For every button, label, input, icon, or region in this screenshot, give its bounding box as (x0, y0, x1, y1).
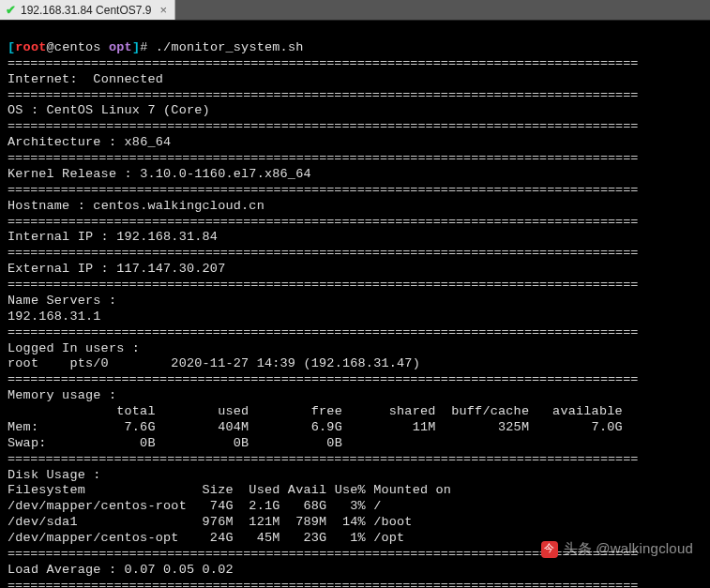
load-line: Load Average : 0.07 0.05 0.02 (8, 563, 234, 577)
terminal[interactable]: [root@centos opt]# ./monitor_system.sh =… (0, 21, 710, 588)
separator: ========================================… (8, 119, 638, 133)
logged-users-label: Logged In users : (8, 341, 140, 355)
memory-label: Memory usage : (8, 388, 116, 402)
separator: ========================================… (8, 246, 638, 260)
command-text: ./monitor_system.sh (156, 40, 304, 54)
separator: ========================================… (8, 579, 638, 588)
memory-row: Mem: 7.6G 404M 6.9G 11M 325M 7.0G (8, 420, 623, 434)
separator: ========================================… (8, 325, 638, 339)
close-icon[interactable]: × (159, 3, 167, 17)
nameservers-value: 192.168.31.1 (8, 309, 101, 324)
tab-title: 192.168.31.84 CentOS7.9 (21, 4, 151, 17)
os-line: OS : CentOS Linux 7 (Core) (8, 103, 210, 117)
disk-row: /dev/mapper/centos-root 74G 2.1G 68G 3% … (8, 499, 381, 513)
separator: ========================================… (8, 56, 638, 70)
external-ip-line: External IP : 117.147.30.207 (8, 262, 225, 276)
nameservers-label: Name Servers : (8, 294, 116, 308)
logged-users-row: root pts/0 2020-11-27 14:39 (192.168.31.… (8, 356, 420, 370)
connected-icon: ✔ (6, 3, 16, 17)
separator: ========================================… (8, 88, 638, 102)
separator: ========================================… (8, 151, 638, 165)
separator: ========================================… (8, 547, 638, 561)
terminal-tab[interactable]: ✔ 192.168.31.84 CentOS7.9 × (0, 0, 175, 20)
internet-line: Internet: Connected (8, 72, 163, 86)
memory-row: Swap: 0B 0B 0B (8, 436, 342, 450)
disk-row: /dev/mapper/centos-opt 24G 45M 23G 1% /o… (8, 531, 404, 545)
separator: ========================================… (8, 215, 638, 229)
separator: ========================================… (8, 183, 638, 197)
separator: ========================================… (8, 452, 638, 466)
separator: ========================================… (8, 278, 638, 292)
separator: ========================================… (8, 372, 638, 386)
internal-ip-line: Internal IP : 192.168.31.84 (8, 230, 218, 244)
hostname-line: Hostname : centos.walkingcloud.cn (8, 199, 264, 213)
shell-prompt: [root@centos opt]# ./monitor_system.sh (8, 40, 304, 54)
memory-header: total used free shared buff/cache availa… (8, 404, 623, 418)
disk-row: /dev/sda1 976M 121M 789M 14% /boot (8, 515, 413, 529)
arch-line: Architecture : x86_64 (8, 135, 171, 149)
tab-bar: ✔ 192.168.31.84 CentOS7.9 × (0, 0, 710, 21)
disk-label: Disk Usage : (8, 468, 101, 482)
kernel-line: Kernel Release : 3.10.0-1160.el7.x86_64 (8, 167, 311, 181)
disk-header: Filesystem Size Used Avail Use% Mounted … (8, 483, 451, 497)
